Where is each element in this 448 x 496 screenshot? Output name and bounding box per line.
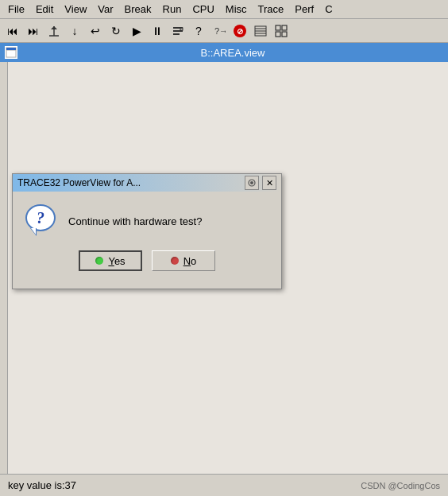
status-left-text: key value is:37 (8, 479, 76, 491)
toolbar-menu-btn[interactable] (251, 21, 270, 41)
dialog-no-button[interactable]: No (152, 250, 215, 271)
dialog-expand-btn[interactable] (245, 176, 259, 190)
svg-rect-17 (282, 32, 287, 37)
svg-text:?→: ?→ (214, 26, 226, 36)
content-window-title: B::AREA.view (22, 47, 443, 59)
question-icon: ? (25, 204, 59, 238)
status-right-text: CSDN @CodingCos (361, 481, 440, 490)
no-label: No (183, 255, 197, 267)
menu-edit[interactable]: Edit (31, 2, 58, 17)
svg-text:⊘: ⊘ (237, 27, 243, 36)
question-bubble-body: ? (25, 204, 56, 231)
menubar: File Edit View Var Break Run CPU Misc Tr… (0, 0, 448, 19)
toolbar-return-btn[interactable]: ↩ (86, 21, 105, 41)
svg-rect-15 (282, 25, 287, 30)
toolbar-stop-btn[interactable]: ⊘ (230, 21, 249, 41)
toolbar-list-btn[interactable] (168, 21, 187, 41)
content-titlebar-icon (5, 46, 17, 59)
yes-label: Yes (108, 255, 125, 267)
toolbar-run-btn[interactable]: ▶ (127, 21, 146, 41)
dialog-titlebar-left: TRACE32 PowerView for A... (17, 177, 141, 188)
menu-file[interactable]: File (3, 2, 29, 17)
question-mark: ? (37, 209, 44, 227)
toolbar-redo-btn[interactable]: ↻ (106, 21, 126, 41)
dialog-message-row: ? Continue with hardware test? (25, 204, 268, 238)
dialog-title: TRACE32 PowerView for A... (17, 177, 141, 188)
toolbar-windows-btn[interactable] (272, 21, 291, 41)
dialog-buttons: Yes No (25, 250, 268, 276)
toolbar: ⏮ ⏭ ↓ ↩ ↻ ▶ ⏸ ? ?→ ⊘ (0, 19, 448, 43)
left-indicator (0, 62, 8, 474)
svg-point-22 (250, 181, 253, 184)
svg-rect-14 (276, 25, 280, 30)
menu-var[interactable]: Var (93, 2, 118, 17)
menu-view[interactable]: View (60, 2, 91, 17)
svg-marker-2 (51, 26, 57, 29)
svg-rect-5 (173, 33, 180, 35)
dialog-message-text: Continue with hardware test? (68, 215, 202, 227)
toolbar-help-btn[interactable]: ? (189, 21, 208, 41)
svg-rect-20 (6, 48, 16, 50)
dialog-titlebar-controls: ✕ (245, 176, 276, 190)
menu-break[interactable]: Break (120, 2, 156, 17)
menu-cpu[interactable]: CPU (187, 2, 218, 17)
toolbar-down-btn[interactable]: ↓ (65, 21, 84, 41)
menu-perf[interactable]: Perf (290, 2, 319, 17)
content-body: TRACE32 PowerView for A... ✕ ? (0, 62, 448, 474)
menu-misc[interactable]: Misc (221, 2, 252, 17)
toolbar-help2-btn[interactable]: ?→ (210, 21, 229, 41)
no-indicator (171, 257, 179, 265)
dialog-close-btn[interactable]: ✕ (262, 176, 276, 190)
menu-c[interactable]: C (320, 2, 337, 17)
content-titlebar: B::AREA.view (0, 43, 448, 62)
statusbar: key value is:37 CSDN @CodingCos (0, 474, 448, 496)
toolbar-stepback-btn[interactable]: ⏮ (3, 21, 22, 41)
dialog: TRACE32 PowerView for A... ✕ ? (12, 173, 282, 289)
menu-run[interactable]: Run (158, 2, 187, 17)
question-bubble-tail-inner (31, 228, 36, 234)
dialog-titlebar: TRACE32 PowerView for A... ✕ (13, 174, 281, 192)
toolbar-stepfwd-btn[interactable]: ⏭ (24, 21, 43, 41)
toolbar-pause-btn[interactable]: ⏸ (148, 21, 167, 41)
menu-trace[interactable]: Trace (253, 2, 289, 17)
svg-rect-6 (180, 28, 183, 30)
yes-indicator (95, 257, 103, 265)
svg-rect-16 (276, 32, 280, 37)
dialog-body: ? Continue with hardware test? Yes (13, 192, 281, 289)
toolbar-step-btn[interactable] (44, 21, 64, 41)
content-area: B::AREA.view TRACE32 PowerView for A... … (0, 43, 448, 474)
dialog-yes-button[interactable]: Yes (79, 250, 142, 271)
